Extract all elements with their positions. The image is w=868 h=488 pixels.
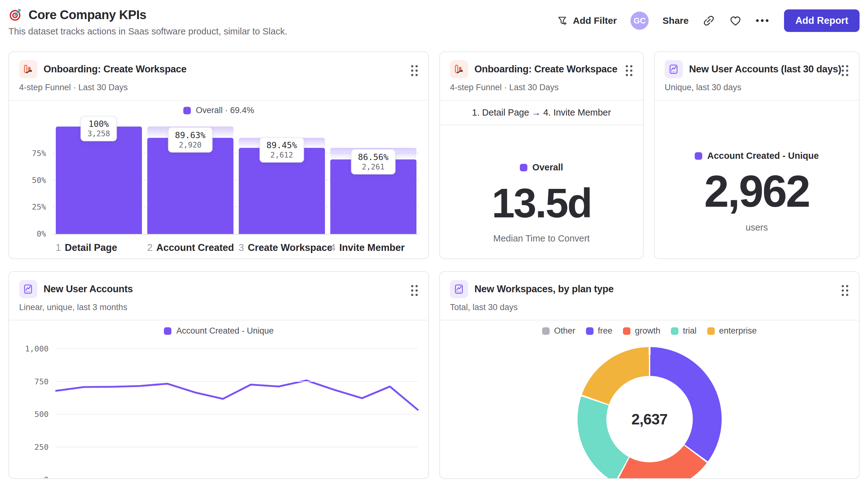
card-new-user-accounts-line: New User Accounts Linear, unique, last 3…	[8, 271, 429, 479]
line-gridline	[56, 381, 418, 382]
funnel-y-tick-label: 50%	[18, 176, 46, 185]
funnel-column: 89.45%2,612	[239, 127, 325, 234]
metric-legend[interactable]: Account Created - Unique	[695, 151, 819, 161]
card-new-user-accounts-metric: New User Accounts (last 30 days) Unique,…	[654, 52, 860, 259]
funnel-step-label[interactable]: 1Detail Page	[56, 242, 117, 253]
drag-handle-icon[interactable]	[411, 65, 418, 76]
add-filter-label: Add Filter	[573, 15, 617, 26]
funnel-step-label[interactable]: 2Account Created	[147, 242, 234, 253]
card-title: New User Accounts	[43, 284, 133, 295]
funnel-y-tick-label: 25%	[18, 202, 46, 212]
drag-handle-icon[interactable]	[411, 285, 418, 296]
user-avatar[interactable]: GC	[630, 11, 649, 30]
card-workspaces-by-plan: New Workspaces, by plan type Total, last…	[439, 271, 860, 479]
funnel-pct-label: 86.56%	[358, 152, 389, 162]
donut-legend-item-other[interactable]: Other	[542, 326, 575, 336]
copy-link-button[interactable]	[703, 14, 715, 27]
metric-caption: Median Time to Convert	[493, 233, 590, 244]
card-subtitle: Linear, unique, last 3 months	[19, 302, 417, 312]
legend-swatch	[164, 327, 172, 335]
card-title: New User Accounts (last 30 days)	[689, 64, 841, 75]
legend-label: Other	[554, 326, 575, 336]
donut-chart[interactable]: 2,637	[578, 347, 722, 479]
funnel-step-label[interactable]: 3Create Workspace	[239, 242, 333, 253]
line-y-tick-label: 500	[17, 410, 49, 419]
drag-handle-icon[interactable]	[842, 285, 848, 296]
funnel-step-name: Invite Member	[339, 242, 405, 253]
funnel-step-range: 1. Detail Page → 4. Invite Member	[440, 101, 643, 125]
donut-legend-item-growth[interactable]: growth	[623, 326, 660, 336]
add-report-button[interactable]: Add Report	[784, 9, 860, 32]
dashboard-page: Core Company KPIs This dataset tracks ac…	[0, 0, 868, 479]
funnel-column: 86.56%2,261	[330, 127, 416, 234]
line-series-svg[interactable]	[56, 349, 418, 476]
link-icon	[703, 14, 715, 27]
funnel-pct-label: 100%	[87, 119, 110, 129]
funnel-bar-tooltip: 86.56%2,261	[351, 149, 396, 174]
legend-label: free	[598, 326, 613, 336]
drag-handle-icon[interactable]	[626, 65, 632, 76]
funnel-plot: 0%25%50%75%100%3,25889.63%2,92089.45%2,6…	[53, 127, 419, 235]
legend-swatch	[542, 327, 550, 335]
legend-swatch	[586, 327, 593, 335]
donut-legend-item-enterprise[interactable]: enterprise	[707, 326, 757, 336]
funnel-step-number: 2	[147, 242, 153, 253]
legend-label: Overall	[532, 162, 563, 172]
insights-report-icon	[450, 280, 468, 298]
header-actions: Add Filter GC Share	[557, 9, 860, 32]
card-onboarding-funnel: Onboarding: Create Workspace 4-step Funn…	[8, 52, 429, 259]
board-heading: Core Company KPIs This dataset tracks ac…	[8, 7, 287, 37]
line-y-tick-label: 250	[17, 443, 49, 452]
donut-legend-item-free[interactable]: free	[586, 326, 613, 336]
more-menu-button[interactable]: •••	[756, 15, 771, 26]
card-time-to-convert: Onboarding: Create Workspace 4-step Funn…	[439, 52, 644, 259]
share-button[interactable]: Share	[662, 15, 688, 26]
line-plot: 02505007501,000	[56, 349, 418, 479]
page-title: Core Company KPIs	[29, 8, 146, 22]
funnel-report-icon	[19, 60, 37, 78]
insights-report-icon	[664, 60, 683, 78]
funnel-step-number: 3	[239, 242, 244, 253]
line-y-tick-label: 1,000	[17, 344, 49, 353]
drag-handle-icon[interactable]	[842, 65, 848, 76]
target-icon	[8, 7, 23, 22]
card-subtitle: 4-step Funnel · Last 30 Days	[450, 83, 632, 92]
line-gridline	[56, 447, 418, 447]
legend-swatch	[183, 107, 191, 114]
funnel-count-label: 3,258	[87, 129, 110, 138]
line-gridline	[56, 348, 418, 349]
card-subtitle: Unique, last 30 days	[664, 83, 848, 92]
legend-label: Overall · 69.4%	[196, 105, 254, 115]
funnel-report-icon	[450, 60, 468, 78]
add-filter-button[interactable]: Add Filter	[557, 15, 617, 27]
funnel-bar-tooltip: 89.63%2,920	[168, 127, 213, 153]
card-subtitle: 4-step Funnel · Last 30 Days	[19, 83, 417, 92]
funnel-bar-tooltip: 89.45%2,612	[259, 137, 304, 163]
donut-total: 2,637	[631, 411, 668, 428]
median-time-value: 13.5d	[492, 183, 591, 224]
legend-label: Account Created - Unique	[707, 151, 819, 161]
funnel-step-labels: 1Detail Page2Account Created3Create Work…	[53, 242, 419, 258]
ellipsis-icon: •••	[756, 15, 771, 26]
share-label: Share	[662, 15, 688, 26]
donut-legend-item-trial[interactable]: trial	[671, 326, 696, 336]
funnel-count-label: 2,920	[175, 141, 206, 150]
page-subtitle: This dataset tracks actions in Saas soft…	[8, 26, 287, 37]
legend-swatch	[707, 327, 715, 335]
funnel-legend[interactable]: Overall · 69.4%	[9, 101, 428, 117]
metric-legend[interactable]: Overall	[520, 162, 563, 172]
legend-swatch	[623, 327, 630, 335]
metric-caption: users	[746, 222, 768, 233]
funnel-bar-1[interactable]	[56, 127, 142, 234]
legend-label: enterprise	[719, 326, 757, 336]
funnel-pct-label: 89.63%	[175, 130, 206, 140]
funnel-column: 89.63%2,920	[147, 127, 234, 234]
line-legend[interactable]: Account Created - Unique	[9, 320, 428, 338]
favorite-button[interactable]	[729, 14, 742, 27]
card-title: Onboarding: Create Workspace	[43, 64, 186, 75]
funnel-y-tick-label: 0%	[18, 229, 46, 238]
funnel-step-number: 1	[56, 242, 61, 253]
funnel-step-label[interactable]: 4Invite Member	[330, 242, 405, 253]
insights-report-icon	[19, 280, 37, 298]
legend-swatch	[671, 327, 678, 335]
